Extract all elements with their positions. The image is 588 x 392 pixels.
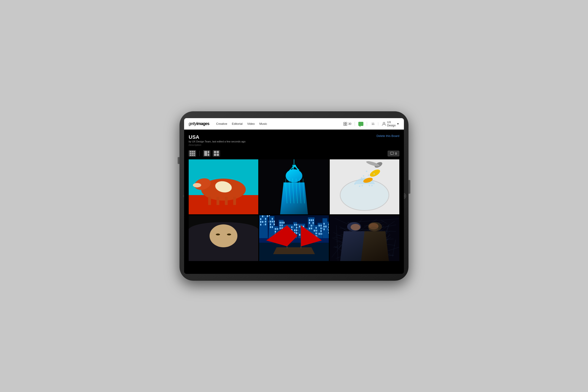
image-blue-person[interactable] [259, 159, 329, 214]
view-controls: 0 [189, 150, 399, 156]
list-icon [214, 151, 219, 156]
svg-rect-1 [346, 122, 347, 124]
board-title-area: USA by UX Design Team, last edited a few… [189, 134, 246, 149]
comment-count-group[interactable]: 0 [388, 151, 399, 156]
image-fishbowl[interactable] [330, 159, 399, 214]
image-boat[interactable] [259, 215, 329, 261]
user-icon [382, 122, 386, 126]
nav-link-video[interactable]: Video [247, 122, 254, 126]
comment-icon [390, 152, 394, 155]
image-grid [189, 159, 399, 261]
board-header: USA by UX Design Team, last edited a few… [189, 134, 399, 149]
svg-rect-3 [346, 124, 347, 125]
tablet-screen: gettyimages Creative Editorial Video Mus… [184, 118, 404, 274]
tablet-device: gettyimages Creative Editorial Video Mus… [180, 111, 408, 281]
user-dropdown-icon: ▼ [396, 122, 399, 126]
nav-links: Creative Editorial Video Music [216, 122, 343, 126]
svg-rect-7 [390, 152, 394, 154]
navbar: gettyimages Creative Editorial Video Mus… [184, 118, 404, 130]
comment-count-value: 0 [395, 152, 397, 155]
grid-view-button[interactable] [189, 150, 196, 156]
image-hijab[interactable] [189, 215, 258, 261]
svg-rect-2 [344, 124, 345, 125]
user-icon-group[interactable]: UX Design ▼ [382, 121, 399, 127]
list-view-button[interactable] [213, 150, 220, 156]
grid-3-icon [190, 151, 195, 156]
masonry-icon [204, 151, 209, 156]
chat-icon-group[interactable] [358, 122, 367, 126]
logo[interactable]: gettyimages [189, 121, 209, 126]
boards-count: 30 [348, 122, 351, 126]
board-title: USA [189, 134, 246, 140]
nav-link-music[interactable]: Music [259, 122, 267, 126]
nav-link-editorial[interactable]: Editorial [232, 122, 243, 126]
svg-point-6 [383, 122, 385, 124]
nav-right: 30 11 [343, 121, 399, 127]
board-meta: by UX Design Team, last edited a few sec… [189, 140, 246, 143]
masonry-view-button[interactable] [203, 150, 210, 156]
chat-icon [358, 122, 364, 126]
board-description: Description [189, 144, 246, 146]
boards-icon [343, 122, 347, 126]
cart-icon-group[interactable]: 11 [370, 122, 378, 126]
delete-board-button[interactable]: Delete this Board [376, 134, 399, 138]
tablet-side-button-left [178, 157, 180, 164]
image-couple[interactable] [330, 215, 399, 261]
view-divider [200, 151, 200, 156]
nav-link-creative[interactable]: Creative [216, 122, 227, 126]
boards-icon-group[interactable]: 30 [343, 122, 355, 126]
svg-rect-0 [344, 122, 345, 124]
image-cow[interactable] [189, 159, 258, 214]
tablet-side-button-right [408, 180, 410, 194]
cart-count: 11 [372, 122, 374, 126]
board-area: USA by UX Design Team, last edited a few… [184, 130, 404, 261]
user-name: UX Design [387, 121, 396, 127]
